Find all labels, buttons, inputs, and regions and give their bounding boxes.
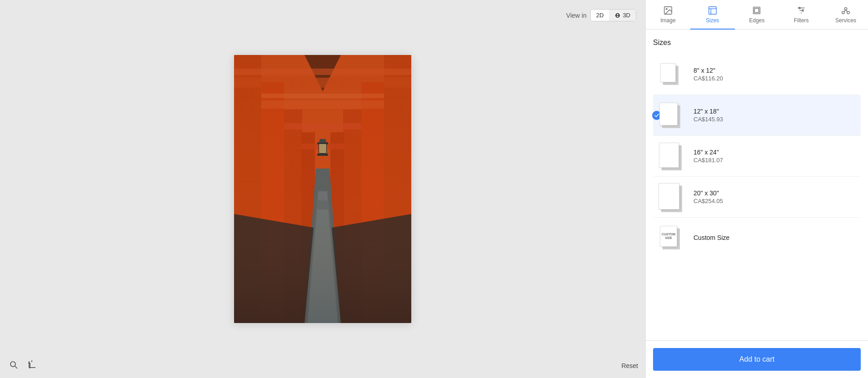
thumb-frame [658, 183, 679, 209]
zoom-button[interactable] [7, 358, 20, 373]
size-price-12x18: CA$145.93 [693, 116, 857, 123]
svg-point-35 [666, 8, 667, 10]
panel-content: Sizes 8" x 12" CA$116.20 [646, 30, 868, 340]
svg-point-46 [844, 8, 847, 10]
right-panel: Image Sizes Edges [645, 0, 868, 378]
svg-point-45 [802, 10, 804, 11]
crop-button[interactable] [25, 358, 38, 373]
svg-rect-30 [234, 55, 411, 323]
tab-edges[interactable]: Edges [735, 0, 779, 29]
add-to-cart-section: Add to cart [646, 340, 868, 378]
custom-size-label: CUSTOMSIZE [662, 233, 675, 240]
size-item-8x12[interactable]: 8" x 12" CA$116.20 [653, 54, 861, 94]
size-thumbnail-8x12 [657, 60, 686, 89]
svg-line-50 [846, 10, 848, 12]
image-controls: Reset [0, 353, 645, 378]
tab-filters[interactable]: Filters [779, 0, 823, 29]
svg-line-49 [844, 10, 846, 12]
size-item-12x18[interactable]: 12" x 18" CA$145.93 [653, 94, 861, 135]
tab-sizes[interactable]: Sizes [690, 0, 735, 29]
size-item-16x24[interactable]: 16" x 24" CA$181.07 [653, 135, 861, 176]
tab-services-label: Services [835, 17, 856, 24]
image-panel: View in 2D 3D [0, 0, 645, 378]
2d-button[interactable]: 2D [591, 10, 609, 21]
tab-image-label: Image [660, 17, 675, 24]
view-toggle: View in 2D 3D [566, 9, 636, 21]
size-name-custom: Custom Size [693, 234, 857, 241]
tab-image[interactable]: Image [646, 0, 690, 29]
size-name-16x24: 16" x 24" [693, 149, 857, 156]
size-name-12x18: 12" x 18" [693, 108, 857, 115]
thumb-frame [659, 103, 678, 125]
size-thumbnail-20x30 [657, 182, 686, 212]
size-info-8x12: 8" x 12" CA$116.20 [693, 67, 857, 82]
size-info-16x24: 16" x 24" CA$181.07 [693, 149, 857, 164]
thumb-frame: CUSTOMSIZE [660, 226, 677, 247]
svg-rect-36 [708, 7, 716, 15]
size-list: 8" x 12" CA$116.20 12" x 18" CA$145.93 [653, 54, 861, 258]
add-to-cart-button[interactable]: Add to cart [653, 348, 861, 371]
size-name-20x30: 20" x 30" [693, 189, 857, 197]
size-item-custom[interactable]: CUSTOMSIZE Custom Size [653, 217, 861, 258]
tab-sizes-label: Sizes [706, 17, 719, 24]
thumb-frame [660, 63, 676, 82]
size-item-20x30[interactable]: 20" x 30" CA$254.05 [653, 176, 861, 217]
product-image-container [234, 55, 411, 323]
size-price-8x12: CA$116.20 [693, 75, 857, 82]
tab-services[interactable]: Services [823, 0, 868, 29]
size-price-16x24: CA$181.07 [693, 157, 857, 164]
svg-rect-40 [755, 8, 759, 12]
3d-button[interactable]: 3D [609, 10, 636, 21]
product-image [234, 55, 411, 323]
tab-bar: Image Sizes Edges [646, 0, 868, 30]
size-thumbnail-custom: CUSTOMSIZE [657, 223, 686, 253]
svg-point-31 [10, 362, 15, 367]
size-name-8x12: 8" x 12" [693, 67, 857, 74]
control-icons [7, 358, 38, 373]
tab-edges-label: Edges [749, 17, 764, 24]
svg-line-32 [15, 366, 17, 368]
view-in-label: View in [566, 12, 587, 19]
thumb-frame [659, 143, 679, 168]
tab-filters-label: Filters [794, 17, 809, 24]
view-toggle-group: 2D 3D [590, 9, 636, 21]
panel-title: Sizes [653, 39, 861, 47]
reset-button[interactable]: Reset [621, 362, 638, 369]
size-thumbnail-12x18 [657, 100, 686, 130]
size-thumbnail-16x24 [657, 141, 686, 171]
size-info-12x18: 12" x 18" CA$145.93 [693, 108, 857, 123]
size-price-20x30: CA$254.05 [693, 198, 857, 204]
size-info-20x30: 20" x 30" CA$254.05 [693, 189, 857, 204]
size-info-custom: Custom Size [693, 234, 857, 242]
